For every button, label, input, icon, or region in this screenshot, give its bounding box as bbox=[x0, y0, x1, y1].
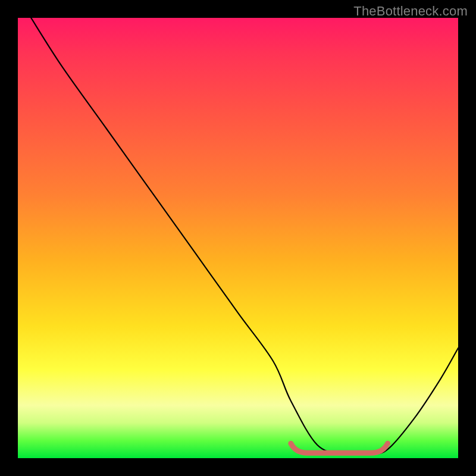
watermark-text: TheBottleneck.com bbox=[353, 4, 468, 19]
chart-stage: TheBottleneck.com bbox=[0, 0, 476, 476]
plot-area bbox=[18, 18, 458, 458]
plateau-marker-path bbox=[291, 443, 388, 453]
bottleneck-curve-path bbox=[31, 18, 458, 455]
curve-svg bbox=[18, 18, 458, 458]
